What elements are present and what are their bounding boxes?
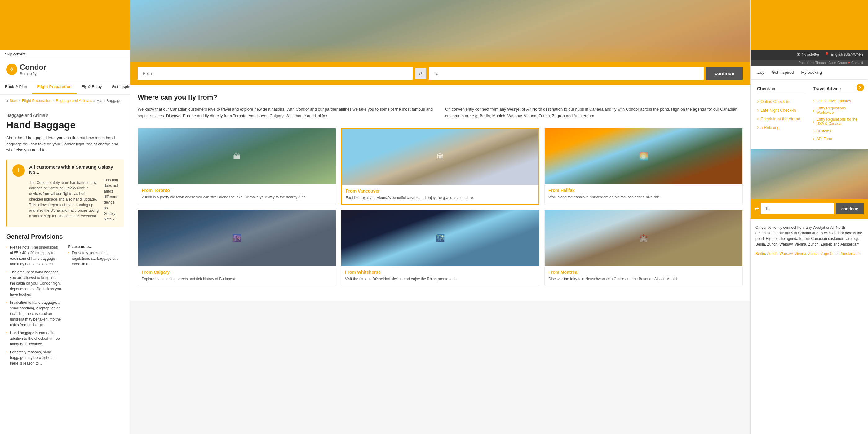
dest-card-body: From Vancouver Feel like royalty at Vien…	[342, 185, 538, 204]
right-link-zurich[interactable]: Zurich	[767, 251, 777, 256]
right-link-zagreb[interactable]: Zagreb	[820, 251, 832, 256]
please-note: Please note...	[68, 245, 124, 249]
dest-card-calgary[interactable]: 🌆 From Calgary Explore the stunning stre…	[137, 210, 336, 286]
hero-image	[130, 0, 750, 62]
dest-desc: Zurich is a pretty old town where you ca…	[142, 195, 332, 200]
breadcrumb-baggage-animals[interactable]: Baggage and Animals	[56, 99, 92, 103]
relaxing-link[interactable]: a Relaxing	[757, 123, 806, 132]
warning-body-right: This ban does not affect different devic…	[104, 177, 119, 222]
provisions-cols: Please note: The dimensions of 55 x 40 x…	[6, 245, 124, 369]
warning-title: All customers with a Samsung Galaxy No..…	[29, 164, 119, 175]
dest-desc: Discover the fairy-tale Neuschwanstein C…	[548, 277, 739, 282]
dest-card-halifax[interactable]: 🌅 From Halifax Walk along the canals in …	[545, 128, 743, 205]
envelope-icon: ✉	[797, 52, 800, 57]
late-night-checkin-link[interactable]: Late Night Check-in	[757, 106, 806, 114]
customs-link[interactable]: Customs	[813, 127, 862, 135]
page-description: About hand baggage: Here, you can find o…	[6, 135, 124, 153]
provision-item: In addition to hand baggage, a small han…	[6, 300, 62, 328]
right-nav-my-booking[interactable]: My booking	[797, 66, 825, 79]
provision-text: For safety items of b... regulations s..…	[68, 250, 124, 267]
right-nav-enjoy[interactable]: ...oy	[753, 66, 768, 79]
dest-card-whitehorse[interactable]: 🌃 From Whitehorse Visit the famous Düsse…	[341, 210, 539, 286]
entry-regulations-usa-canada-link[interactable]: Entry Regulations for the USA & Canada	[813, 116, 862, 127]
utility-bar: ✉ Newsletter 📍 English (USA/CAN)	[750, 50, 868, 60]
section-label: Baggage and Animals	[6, 113, 124, 118]
where-columns: We know that our Canadian customers love…	[137, 106, 743, 119]
right-top-bar	[750, 0, 868, 50]
language-label: English (USA/CAN)	[831, 52, 863, 57]
newsletter-link[interactable]: ✉ Newsletter	[797, 52, 819, 57]
breadcrumb: » Start » Flight Preparation » Baggage a…	[0, 95, 130, 106]
online-checkin-link[interactable]: Online Check-in	[757, 97, 806, 106]
middle-panel: ⇄ continue Where can you fly from? We kn…	[130, 0, 750, 434]
right-nav-get-inspired[interactable]: Get Inspired	[768, 66, 798, 79]
right-link-berlin[interactable]: Berlin	[755, 251, 765, 256]
heart-icon: ♥	[848, 61, 850, 64]
nav-get-inspired[interactable]: Get Inspired	[107, 80, 130, 94]
right-search-bar: ⇄ continue	[750, 199, 868, 219]
dest-city: From Calgary	[142, 270, 332, 275]
left-panel: Skip content ✈ Condor Born to fly. Book …	[0, 0, 130, 434]
where-text-left: We know that our Canadian customers love…	[137, 106, 435, 119]
thomas-cook-label: Part of the Thomas Cook Group	[799, 61, 847, 64]
right-to-input[interactable]	[761, 203, 834, 214]
breadcrumb-start[interactable]: Start	[10, 99, 18, 103]
warning-box: i All customers with a Samsung Galaxy No…	[6, 159, 124, 227]
location-icon: 📍	[824, 52, 830, 57]
left-top-bar	[0, 0, 130, 50]
dest-card-body: From Toronto Zurich is a pretty old town…	[138, 184, 336, 204]
api-form-link[interactable]: API Form	[813, 135, 862, 143]
swap-button[interactable]: ⇄	[415, 68, 426, 79]
warning-body-left: The Condor safety team has banned any ca…	[29, 180, 100, 222]
dest-image-amsterdam: 🌅	[545, 128, 742, 184]
condor-logo: ✈ Condor Born to fly.	[6, 63, 46, 76]
language-selector[interactable]: 📍 English (USA/CAN)	[824, 52, 863, 57]
right-where-content: Or, conveniently connect from any Westje…	[750, 219, 868, 262]
contact-link[interactable]: Contact	[851, 61, 863, 64]
right-nav: ...oy Get Inspired My booking	[750, 66, 868, 80]
continue-button[interactable]: continue	[706, 67, 743, 80]
condor-tagline: Born to fly.	[20, 72, 46, 76]
dest-desc: Explore the stunning streets and rich hi…	[142, 277, 332, 282]
condor-name: Condor	[20, 63, 46, 71]
dest-card-toronto[interactable]: 🏔 From Toronto Zurich is a pretty old to…	[137, 128, 336, 205]
where-text-right: Or, conveniently connect from any Westje…	[445, 106, 743, 119]
nav-flight-preparation[interactable]: Flight Preparation	[32, 80, 76, 94]
to-input[interactable]	[429, 67, 704, 80]
right-where-text: Or, conveniently connect from any Westje…	[755, 225, 863, 247]
from-input[interactable]	[137, 67, 413, 80]
dest-city: From Toronto	[142, 188, 332, 193]
travel-advice-title: Travel Advice	[813, 86, 862, 93]
page-title: Hand Baggage	[6, 120, 124, 130]
right-link-zurich2[interactable]: Zurich	[808, 251, 818, 256]
close-button[interactable]: ×	[857, 84, 864, 91]
right-swap-icon: ⇄	[755, 206, 759, 212]
entry-regulations-worldwide-link[interactable]: Entry Regulations Worldwide	[813, 105, 862, 116]
dest-image-zurich: 🏔	[138, 128, 336, 184]
checkin-airport-link[interactable]: Check-in at the Airport	[757, 114, 806, 123]
provision-item: Hand baggage is carried in addition to t…	[6, 330, 62, 347]
dest-card-montreal[interactable]: 🏰 From Montreal Discover the fairy-tale …	[545, 210, 743, 286]
breadcrumb-current: Hand Baggage	[97, 99, 122, 103]
where-title: Where can you fly from?	[137, 93, 743, 101]
left-header: ✈ Condor Born to fly.	[0, 59, 130, 80]
nav-fly-enjoy[interactable]: Fly & Enjoy	[76, 80, 107, 94]
newsletter-label: Newsletter	[802, 52, 819, 57]
latest-travel-updates-link[interactable]: Latest travel updates	[813, 97, 862, 105]
right-link-vienna[interactable]: Vienna	[795, 251, 806, 256]
skip-content[interactable]: Skip content	[0, 50, 130, 59]
right-link-amsterdam[interactable]: Amsterdam	[840, 251, 859, 256]
dest-desc: Walk along the canals in Amsterdam or jo…	[548, 195, 739, 200]
breadcrumb-flight-prep[interactable]: Flight Preparation	[22, 99, 52, 103]
dest-image-dusseldorf: 🌃	[341, 210, 539, 266]
right-panel: ✉ Newsletter 📍 English (USA/CAN) Part of…	[750, 0, 868, 434]
right-continue-button[interactable]: continue	[836, 204, 864, 214]
dest-city: From Montreal	[548, 270, 739, 275]
left-content: Baggage and Animals Hand Baggage About h…	[0, 106, 130, 375]
dest-card-body: From Calgary Explore the stunning street…	[138, 266, 336, 285]
right-link-warsaw[interactable]: Warsaw	[779, 251, 793, 256]
dest-card-vancouver[interactable]: 🏛 From Vancouver Feel like royalty at Vi…	[341, 128, 539, 205]
nav-book-plan[interactable]: Book & Plan	[0, 80, 32, 94]
search-bar: ⇄ continue	[130, 62, 750, 85]
dest-card-body: From Montreal Discover the fairy-tale Ne…	[545, 266, 742, 285]
